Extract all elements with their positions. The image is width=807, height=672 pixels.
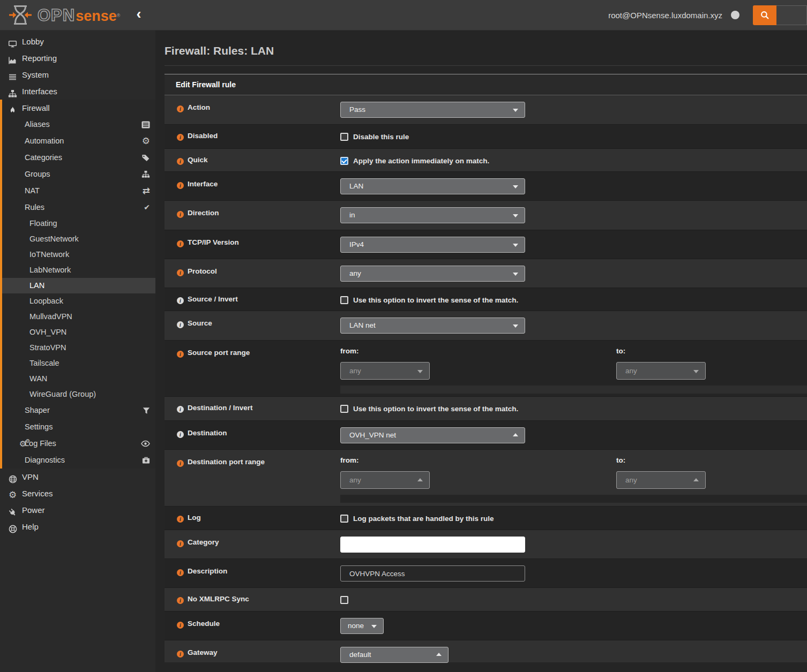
source-port-to-select[interactable]: any [616,362,706,380]
chevron-up-icon [513,433,518,436]
source-invert-checkbox[interactable] [340,296,348,304]
search-button[interactable] [753,5,776,25]
sidebar-item-mullvadvpn[interactable]: MullvadVPN [2,309,155,324]
opnsense-logo[interactable]: OPNsense® [9,4,120,26]
sidebar-item-log-files[interactable]: Log Files [2,435,155,452]
desktop-icon [7,35,18,51]
sidebar-item-groups[interactable]: Groups [2,166,155,183]
sidebar-item-diagnostics[interactable]: Diagnostics [2,452,155,469]
search-input[interactable] [776,5,807,25]
info-icon[interactable] [177,321,184,328]
no-xmlrpc-sync-checkbox[interactable] [340,596,348,604]
sidebar-item-aliases[interactable]: Aliases [2,116,155,133]
top-bar: OPNsense® ‹ root@OPNsense.luxdomain.xyz [0,0,807,31]
brand-registered-mark: ® [117,13,121,18]
source-port-from-select[interactable]: any [340,362,430,380]
info-icon[interactable] [177,516,184,523]
quick-checkbox[interactable] [340,157,348,165]
protocol-select[interactable]: any [340,266,525,282]
sidebar-item-help[interactable]: Help [0,518,155,535]
interface-select[interactable]: LAN [340,178,525,194]
info-icon[interactable] [177,269,184,276]
info-icon[interactable] [177,105,184,112]
form-row-destination-port-range: Destination port range from: any to: any [165,450,807,507]
info-icon[interactable] [177,622,184,629]
category-input[interactable] [340,537,525,553]
chevron-up-icon [693,478,699,481]
from-label: from: [340,347,616,355]
info-icon[interactable] [177,651,184,658]
form-row-quick: Quick Apply the action immediately on ma… [165,149,807,172]
sidebar-item-interfaces[interactable]: Interfaces [0,83,155,100]
info-icon[interactable] [177,540,184,547]
info-icon[interactable] [177,240,184,247]
chevron-down-icon [513,185,518,188]
sidebar-item-wan[interactable]: WAN [2,371,155,387]
destination-port-to-select[interactable]: any [616,471,706,489]
info-icon[interactable] [177,134,184,141]
form-row-source-port-range: Source port range from: any to: any [165,341,807,397]
description-input[interactable] [340,565,525,582]
source-select[interactable]: LAN net [340,318,525,334]
action-select[interactable]: Pass [340,102,525,118]
sidebar-item-rules[interactable]: Rules ✔ [2,199,155,216]
info-icon[interactable] [177,351,184,358]
plug-icon [7,503,18,520]
sidebar-item-ovh-vpn[interactable]: OVH_VPN [2,324,155,340]
form-row-source: Source LAN net [165,311,807,341]
sidebar-item-loopback[interactable]: Loopback [2,293,155,309]
sidebar-item-floating[interactable]: Floating [2,216,155,231]
sidebar-item-lan-active[interactable]: LAN [2,278,155,293]
destination-select[interactable]: OVH_VPN net [340,427,525,443]
sidebar-item-firewall[interactable]: Firewall [2,100,155,116]
sidebar-item-nat[interactable]: NAT ⇄ [2,183,155,199]
info-icon[interactable] [177,460,184,467]
sidebar-collapse-icon[interactable]: ‹ [136,7,141,21]
info-icon[interactable] [177,182,184,189]
form-row-no-xmlrpc-sync: No XMLRPC Sync [165,588,807,611]
checkmark-icon [341,157,347,163]
sidebar-item-shaper[interactable]: Shaper [2,402,155,419]
sidebar-item-vpn[interactable]: VPN [0,469,155,485]
check-icon: ✔ [144,199,150,216]
sidebar-item-settings[interactable]: Settings ⚙⚙ [2,419,155,435]
tcpip-version-select[interactable]: IPv4 [340,237,525,253]
direction-select[interactable]: in [340,207,525,223]
sidebar-item-iotnetwork[interactable]: IoTNetwork [2,247,155,262]
sidebar-item-guestnetwork[interactable]: GuestNetwork [2,231,155,247]
info-icon[interactable] [177,431,184,438]
sidebar-item-lobby[interactable]: Lobby [0,33,155,50]
sidebar-item-system[interactable]: System [0,66,155,83]
sidebar-item-labnetwork[interactable]: LabNetwork [2,262,155,278]
sidebar-item-stratovpn[interactable]: StratoVPN [2,340,155,356]
sidebar-firewall-section: Firewall Aliases Automation ⚙ Categories… [0,100,155,469]
chevron-up-icon [417,478,423,481]
form-row-category: Category [165,530,807,559]
info-icon[interactable] [177,297,184,304]
area-chart-icon [7,51,18,68]
sidebar-item-services[interactable]: ⚙Services [0,485,155,502]
sidebar-item-categories[interactable]: Categories [2,149,155,166]
chevron-up-icon [436,653,442,656]
info-icon[interactable] [177,569,184,576]
page-title: Firewall: Rules: LAN [165,31,807,66]
disabled-checkbox[interactable] [340,133,348,141]
status-dot [731,11,739,19]
globe-icon [7,470,18,487]
destination-invert-checkbox[interactable] [340,405,348,413]
info-icon[interactable] [177,211,184,218]
sidebar-item-automation[interactable]: Automation ⚙ [2,133,155,149]
form-row-direction: Direction in [165,201,807,230]
sidebar-item-power[interactable]: Power [0,502,155,518]
info-icon[interactable] [177,406,184,413]
log-checkbox[interactable] [340,515,348,523]
destination-port-from-select[interactable]: any [340,471,430,489]
info-icon[interactable] [177,597,184,604]
sidebar-item-wireguard-group[interactable]: WireGuard (Group) [2,387,155,402]
schedule-select[interactable]: none [340,618,384,634]
gateway-select[interactable]: default [340,647,449,663]
info-icon[interactable] [177,158,184,165]
sidebar-item-reporting[interactable]: Reporting [0,50,155,66]
sidebar-item-tailscale[interactable]: Tailscale [2,356,155,371]
life-ring-icon [7,520,18,537]
